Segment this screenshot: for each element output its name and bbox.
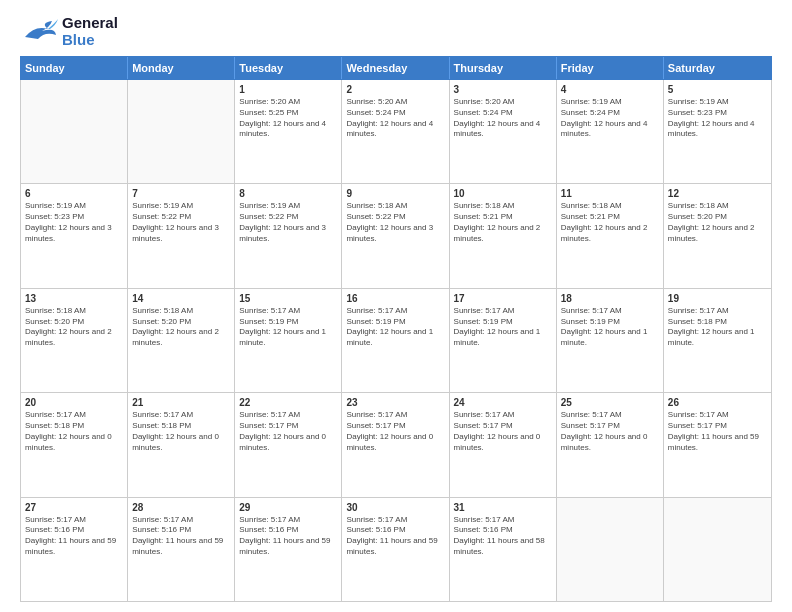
calendar-cell: 7Sunrise: 5:19 AM Sunset: 5:22 PM Daylig… xyxy=(128,184,235,287)
day-number: 11 xyxy=(561,187,659,200)
day-number: 24 xyxy=(454,396,552,409)
cell-info: Sunrise: 5:17 AM Sunset: 5:16 PM Dayligh… xyxy=(132,515,230,558)
cell-info: Sunrise: 5:20 AM Sunset: 5:24 PM Dayligh… xyxy=(454,97,552,140)
calendar-cell: 24Sunrise: 5:17 AM Sunset: 5:17 PM Dayli… xyxy=(450,393,557,496)
cell-info: Sunrise: 5:18 AM Sunset: 5:20 PM Dayligh… xyxy=(132,306,230,349)
logo-general-text: General xyxy=(62,15,118,32)
day-number: 28 xyxy=(132,501,230,514)
cell-info: Sunrise: 5:17 AM Sunset: 5:16 PM Dayligh… xyxy=(346,515,444,558)
calendar-cell: 6Sunrise: 5:19 AM Sunset: 5:23 PM Daylig… xyxy=(21,184,128,287)
calendar-cell: 21Sunrise: 5:17 AM Sunset: 5:18 PM Dayli… xyxy=(128,393,235,496)
cell-info: Sunrise: 5:17 AM Sunset: 5:17 PM Dayligh… xyxy=(668,410,767,453)
day-number: 2 xyxy=(346,83,444,96)
day-number: 4 xyxy=(561,83,659,96)
calendar-cell: 9Sunrise: 5:18 AM Sunset: 5:22 PM Daylig… xyxy=(342,184,449,287)
calendar-cell: 18Sunrise: 5:17 AM Sunset: 5:19 PM Dayli… xyxy=(557,289,664,392)
cell-info: Sunrise: 5:17 AM Sunset: 5:17 PM Dayligh… xyxy=(561,410,659,453)
cell-info: Sunrise: 5:17 AM Sunset: 5:18 PM Dayligh… xyxy=(25,410,123,453)
day-number: 19 xyxy=(668,292,767,305)
calendar-cell: 26Sunrise: 5:17 AM Sunset: 5:17 PM Dayli… xyxy=(664,393,771,496)
cell-info: Sunrise: 5:17 AM Sunset: 5:16 PM Dayligh… xyxy=(454,515,552,558)
day-number: 31 xyxy=(454,501,552,514)
calendar-cell: 19Sunrise: 5:17 AM Sunset: 5:18 PM Dayli… xyxy=(664,289,771,392)
calendar-cell: 20Sunrise: 5:17 AM Sunset: 5:18 PM Dayli… xyxy=(21,393,128,496)
calendar-cell: 28Sunrise: 5:17 AM Sunset: 5:16 PM Dayli… xyxy=(128,498,235,601)
calendar-cell xyxy=(128,80,235,183)
calendar-cell xyxy=(664,498,771,601)
day-number: 13 xyxy=(25,292,123,305)
calendar-cell: 16Sunrise: 5:17 AM Sunset: 5:19 PM Dayli… xyxy=(342,289,449,392)
day-number: 6 xyxy=(25,187,123,200)
weekday-header-friday: Friday xyxy=(557,57,664,79)
calendar-cell: 22Sunrise: 5:17 AM Sunset: 5:17 PM Dayli… xyxy=(235,393,342,496)
day-number: 10 xyxy=(454,187,552,200)
cell-info: Sunrise: 5:19 AM Sunset: 5:23 PM Dayligh… xyxy=(25,201,123,244)
calendar-row: 6Sunrise: 5:19 AM Sunset: 5:23 PM Daylig… xyxy=(21,184,771,288)
day-number: 23 xyxy=(346,396,444,409)
cell-info: Sunrise: 5:19 AM Sunset: 5:22 PM Dayligh… xyxy=(239,201,337,244)
calendar-header: SundayMondayTuesdayWednesdayThursdayFrid… xyxy=(20,56,772,80)
calendar: SundayMondayTuesdayWednesdayThursdayFrid… xyxy=(20,56,772,602)
calendar-cell: 27Sunrise: 5:17 AM Sunset: 5:16 PM Dayli… xyxy=(21,498,128,601)
day-number: 5 xyxy=(668,83,767,96)
day-number: 29 xyxy=(239,501,337,514)
cell-info: Sunrise: 5:18 AM Sunset: 5:21 PM Dayligh… xyxy=(561,201,659,244)
cell-info: Sunrise: 5:17 AM Sunset: 5:19 PM Dayligh… xyxy=(561,306,659,349)
day-number: 15 xyxy=(239,292,337,305)
logo: General Blue xyxy=(20,15,118,48)
day-number: 7 xyxy=(132,187,230,200)
cell-info: Sunrise: 5:17 AM Sunset: 5:17 PM Dayligh… xyxy=(239,410,337,453)
logo-blue-text: Blue xyxy=(62,32,118,49)
calendar-cell: 31Sunrise: 5:17 AM Sunset: 5:16 PM Dayli… xyxy=(450,498,557,601)
cell-info: Sunrise: 5:19 AM Sunset: 5:24 PM Dayligh… xyxy=(561,97,659,140)
calendar-cell: 11Sunrise: 5:18 AM Sunset: 5:21 PM Dayli… xyxy=(557,184,664,287)
day-number: 18 xyxy=(561,292,659,305)
calendar-row: 13Sunrise: 5:18 AM Sunset: 5:20 PM Dayli… xyxy=(21,289,771,393)
cell-info: Sunrise: 5:17 AM Sunset: 5:19 PM Dayligh… xyxy=(346,306,444,349)
calendar-cell: 5Sunrise: 5:19 AM Sunset: 5:23 PM Daylig… xyxy=(664,80,771,183)
cell-info: Sunrise: 5:19 AM Sunset: 5:23 PM Dayligh… xyxy=(668,97,767,140)
day-number: 25 xyxy=(561,396,659,409)
day-number: 3 xyxy=(454,83,552,96)
calendar-cell: 2Sunrise: 5:20 AM Sunset: 5:24 PM Daylig… xyxy=(342,80,449,183)
cell-info: Sunrise: 5:20 AM Sunset: 5:24 PM Dayligh… xyxy=(346,97,444,140)
calendar-cell: 3Sunrise: 5:20 AM Sunset: 5:24 PM Daylig… xyxy=(450,80,557,183)
calendar-body: 1Sunrise: 5:20 AM Sunset: 5:25 PM Daylig… xyxy=(20,80,772,602)
weekday-header-thursday: Thursday xyxy=(450,57,557,79)
weekday-header-tuesday: Tuesday xyxy=(235,57,342,79)
calendar-row: 1Sunrise: 5:20 AM Sunset: 5:25 PM Daylig… xyxy=(21,80,771,184)
cell-info: Sunrise: 5:17 AM Sunset: 5:19 PM Dayligh… xyxy=(239,306,337,349)
calendar-cell: 29Sunrise: 5:17 AM Sunset: 5:16 PM Dayli… xyxy=(235,498,342,601)
cell-info: Sunrise: 5:18 AM Sunset: 5:21 PM Dayligh… xyxy=(454,201,552,244)
cell-info: Sunrise: 5:17 AM Sunset: 5:18 PM Dayligh… xyxy=(668,306,767,349)
day-number: 12 xyxy=(668,187,767,200)
calendar-cell: 13Sunrise: 5:18 AM Sunset: 5:20 PM Dayli… xyxy=(21,289,128,392)
calendar-cell: 10Sunrise: 5:18 AM Sunset: 5:21 PM Dayli… xyxy=(450,184,557,287)
calendar-cell: 25Sunrise: 5:17 AM Sunset: 5:17 PM Dayli… xyxy=(557,393,664,496)
calendar-row: 27Sunrise: 5:17 AM Sunset: 5:16 PM Dayli… xyxy=(21,498,771,601)
cell-info: Sunrise: 5:17 AM Sunset: 5:19 PM Dayligh… xyxy=(454,306,552,349)
page-header: General Blue xyxy=(20,15,772,48)
weekday-header-wednesday: Wednesday xyxy=(342,57,449,79)
calendar-cell: 17Sunrise: 5:17 AM Sunset: 5:19 PM Dayli… xyxy=(450,289,557,392)
day-number: 16 xyxy=(346,292,444,305)
cell-info: Sunrise: 5:18 AM Sunset: 5:20 PM Dayligh… xyxy=(668,201,767,244)
calendar-cell: 23Sunrise: 5:17 AM Sunset: 5:17 PM Dayli… xyxy=(342,393,449,496)
cell-info: Sunrise: 5:19 AM Sunset: 5:22 PM Dayligh… xyxy=(132,201,230,244)
day-number: 8 xyxy=(239,187,337,200)
day-number: 1 xyxy=(239,83,337,96)
calendar-cell: 14Sunrise: 5:18 AM Sunset: 5:20 PM Dayli… xyxy=(128,289,235,392)
calendar-cell: 1Sunrise: 5:20 AM Sunset: 5:25 PM Daylig… xyxy=(235,80,342,183)
day-number: 22 xyxy=(239,396,337,409)
day-number: 9 xyxy=(346,187,444,200)
calendar-cell: 4Sunrise: 5:19 AM Sunset: 5:24 PM Daylig… xyxy=(557,80,664,183)
day-number: 27 xyxy=(25,501,123,514)
cell-info: Sunrise: 5:17 AM Sunset: 5:17 PM Dayligh… xyxy=(454,410,552,453)
calendar-cell: 30Sunrise: 5:17 AM Sunset: 5:16 PM Dayli… xyxy=(342,498,449,601)
weekday-header-monday: Monday xyxy=(128,57,235,79)
calendar-row: 20Sunrise: 5:17 AM Sunset: 5:18 PM Dayli… xyxy=(21,393,771,497)
cell-info: Sunrise: 5:17 AM Sunset: 5:16 PM Dayligh… xyxy=(239,515,337,558)
calendar-cell: 12Sunrise: 5:18 AM Sunset: 5:20 PM Dayli… xyxy=(664,184,771,287)
calendar-cell xyxy=(21,80,128,183)
logo-container: General Blue xyxy=(20,15,118,48)
